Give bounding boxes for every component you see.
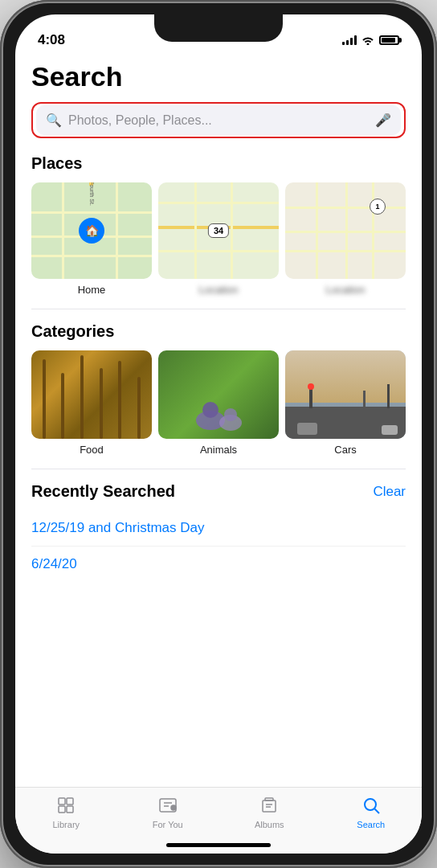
category-cars[interactable]: Cars <box>285 350 406 456</box>
divider-2 <box>31 469 406 469</box>
recent-search-2[interactable]: 6/24/20 <box>31 547 406 582</box>
category-label-animals: Animals <box>200 444 237 456</box>
svg-point-3 <box>224 408 237 421</box>
wifi-icon <box>361 35 374 45</box>
recently-searched-header: Recently Searched Clear <box>31 482 406 501</box>
tab-label-albums: Albums <box>255 820 284 829</box>
recently-searched-title: Recently Searched <box>31 482 175 501</box>
place-map-3: 1 <box>285 182 406 279</box>
svg-rect-6 <box>59 806 65 813</box>
places-section-header: Places <box>31 154 406 173</box>
place-map-2: 34 <box>158 182 279 279</box>
category-food[interactable]: Food <box>31 350 152 456</box>
tab-albums[interactable]: Albums <box>218 794 321 829</box>
mic-icon[interactable]: 🎤 <box>375 113 391 128</box>
place-item-home[interactable]: Fourth St. 🏠 Home <box>31 182 152 296</box>
place-map-home: Fourth St. 🏠 <box>31 182 152 279</box>
cars-scene <box>285 350 406 439</box>
tab-icon-search <box>360 794 382 817</box>
tab-label-search: Search <box>357 820 385 829</box>
search-bar[interactable]: 🔍 Photos, People, Places... 🎤 <box>36 105 401 135</box>
signal-icon <box>342 35 357 45</box>
tab-icon-for-you <box>157 794 179 817</box>
categories-section-header: Categories <box>31 322 406 341</box>
phone-frame: 4:08 Search <box>0 0 437 868</box>
home-indicator <box>166 843 271 847</box>
category-animals[interactable]: Animals <box>158 350 279 456</box>
svg-point-14 <box>365 799 376 810</box>
tab-library[interactable]: Library <box>15 794 117 829</box>
tab-icon-albums <box>258 794 280 817</box>
food-stalks <box>31 350 152 439</box>
svg-rect-11 <box>265 798 273 800</box>
place-item-3[interactable]: 1 Location <box>285 182 406 296</box>
search-placeholder: Photos, People, Places... <box>68 113 369 128</box>
place-label-3: Location <box>325 284 365 296</box>
categories-grid: Food Animals <box>31 350 406 456</box>
category-img-food <box>31 350 152 439</box>
street-label: Fourth St. <box>89 182 95 206</box>
page-title: Search <box>31 61 406 92</box>
animal-shapes <box>158 350 279 439</box>
home-pin: 🏠 <box>79 218 104 244</box>
tab-icon-library <box>55 794 77 817</box>
svg-rect-5 <box>67 798 73 805</box>
tab-label-for-you: For You <box>153 820 183 829</box>
category-img-animals <box>158 350 279 439</box>
category-img-cars <box>285 350 406 439</box>
clear-button[interactable]: Clear <box>373 484 406 500</box>
status-time: 4:08 <box>38 32 65 48</box>
tab-for-you[interactable]: For You <box>117 794 219 829</box>
places-grid: Fourth St. 🏠 Home 34 Location <box>31 182 406 296</box>
search-icon: 🔍 <box>46 113 62 128</box>
tab-search[interactable]: Search <box>321 794 423 829</box>
red-light <box>308 383 314 390</box>
svg-point-2 <box>202 402 218 418</box>
place-label-2: Location <box>198 284 238 296</box>
place-item-2[interactable]: 34 Location <box>158 182 279 296</box>
map-badge-34: 34 <box>208 223 229 238</box>
svg-point-9 <box>171 805 176 810</box>
svg-rect-10 <box>263 800 276 812</box>
main-content: Search 🔍 Photos, People, Places... 🎤 Pla… <box>15 55 422 787</box>
svg-rect-7 <box>67 806 73 813</box>
tab-label-library: Library <box>52 820 80 829</box>
category-label-cars: Cars <box>334 444 356 456</box>
phone-screen: 4:08 Search <box>15 14 422 854</box>
battery-icon <box>379 35 399 45</box>
recent-search-1[interactable]: 12/25/19 and Christmas Day <box>31 510 406 547</box>
map-badge-1: 1 <box>370 199 386 215</box>
divider-1 <box>31 309 406 309</box>
svg-line-15 <box>374 809 379 814</box>
search-bar-container[interactable]: 🔍 Photos, People, Places... 🎤 <box>31 102 406 138</box>
status-icons <box>342 35 399 45</box>
svg-rect-4 <box>59 798 65 805</box>
place-label-home: Home <box>78 284 106 296</box>
traffic-light <box>309 388 312 408</box>
notch <box>154 14 283 42</box>
category-label-food: Food <box>80 444 104 456</box>
